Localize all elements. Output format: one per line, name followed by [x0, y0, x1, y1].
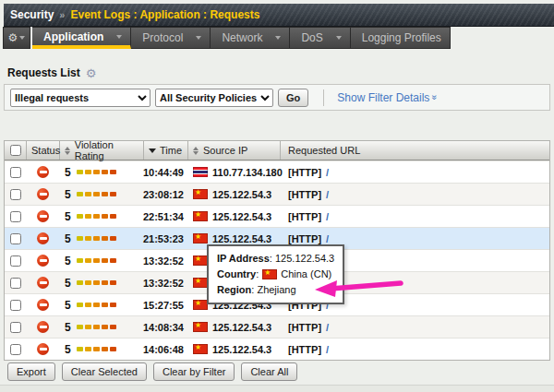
show-filter-details-link[interactable]: Show Filter Details: [337, 91, 429, 104]
column-label: Violation Rating: [75, 139, 143, 161]
source-ip-cell: 125.122.54.3: [188, 206, 281, 227]
list-settings-gear-icon[interactable]: ⚙: [86, 67, 97, 79]
violation-rating-bars-icon: [77, 236, 116, 241]
row-select-cell: [5, 184, 27, 205]
table-row[interactable]: 5 10:44:49 110.77.134.180 [HTTP] /: [5, 160, 549, 183]
violation-rating-bars-icon: [77, 303, 116, 307]
china-flag-icon: [262, 269, 277, 279]
column-header-time[interactable]: Time: [144, 141, 188, 160]
time-value: 14:06:48: [143, 344, 184, 355]
violation-rating-cell: 5: [60, 250, 144, 271]
column-label: Source IP: [203, 145, 247, 156]
time-cell: 15:27:55: [144, 294, 188, 315]
breadcrumb-separator: »: [59, 9, 65, 20]
table-row[interactable]: 5 14:06:48 125.122.54.3 [HTTP] /: [5, 338, 549, 360]
filter-bar: Illegal requests All Security Policies G…: [4, 84, 550, 111]
column-header-requested-url[interactable]: Requested URL: [281, 141, 549, 160]
clear-by-filter-button[interactable]: Clear by Filter: [153, 362, 235, 381]
row-select-cell: [5, 294, 27, 315]
china-flag-icon: [193, 300, 208, 310]
source-ip-cell: 110.77.134.180: [188, 161, 281, 183]
tab-dos[interactable]: DoS: [290, 27, 350, 49]
status-cell: [27, 228, 60, 249]
tooltip-ip-line: IP Address: 125.122.54.3: [217, 251, 334, 267]
row-checkbox[interactable]: [10, 300, 21, 311]
ip-address-label: IP Address: [217, 251, 270, 267]
requested-url-link[interactable]: /: [326, 189, 329, 200]
column-header-status[interactable]: Status: [27, 141, 60, 160]
violation-rating-bars-icon: [77, 192, 116, 196]
geolocation-tooltip: IP Address: 125.122.54.3 Country:China (…: [207, 244, 344, 304]
blocked-status-icon[interactable]: [37, 343, 49, 355]
country-label: Country: [217, 267, 256, 282]
china-flag-icon: [193, 189, 208, 199]
tab-network[interactable]: Network: [211, 27, 290, 49]
requested-url-link[interactable]: /: [326, 167, 329, 178]
table-row[interactable]: 5 23:08:12 125.122.54.3 [HTTP] /: [5, 183, 549, 205]
requested-url-link[interactable]: /: [326, 344, 329, 355]
select-all-checkbox[interactable]: [10, 145, 21, 156]
violation-rating-value: 5: [65, 232, 71, 245]
tab-protocol[interactable]: Protocol: [131, 27, 211, 49]
blocked-status-icon[interactable]: [37, 210, 49, 222]
blocked-status-icon[interactable]: [37, 299, 49, 311]
export-button[interactable]: Export: [7, 362, 55, 381]
tab-logging-profiles[interactable]: Logging Profiles: [351, 27, 451, 49]
protocol-label: [HTTP]: [288, 322, 321, 333]
tab-label: Protocol: [142, 31, 183, 44]
double-chevron-down-icon: »: [430, 95, 440, 101]
violation-rating-cell: 5: [60, 206, 144, 227]
region-label: Region: [217, 282, 251, 298]
requested-url-link[interactable]: /: [326, 233, 329, 244]
requested-url-link[interactable]: /: [326, 211, 329, 222]
violation-rating-value: 5: [65, 343, 71, 356]
go-button[interactable]: Go: [278, 89, 308, 107]
event-filter-select[interactable]: Illegal requests: [10, 89, 151, 107]
violation-rating-cell: 5: [60, 294, 144, 315]
violation-rating-bars-icon: [77, 258, 116, 263]
blocked-status-icon[interactable]: [37, 255, 49, 267]
clear-all-button[interactable]: Clear All: [241, 362, 297, 381]
table-row[interactable]: 5 22:51:34 125.122.54.3 [HTTP] /: [5, 205, 549, 227]
row-checkbox[interactable]: [10, 322, 21, 333]
chevron-down-icon: [19, 36, 25, 40]
breadcrumb-path: Event Logs : Application : Requests: [70, 8, 259, 21]
requested-url-cell: [HTTP] /: [281, 316, 549, 338]
clear-selected-button[interactable]: Clear Selected: [62, 362, 147, 381]
column-header-violation-rating[interactable]: Violation Rating: [60, 141, 144, 160]
column-header-source-ip[interactable]: Source IP: [188, 141, 281, 160]
time-cell: 13:32:52: [144, 272, 188, 293]
china-flag-icon: [193, 278, 208, 288]
tab-application[interactable]: Application: [32, 27, 131, 49]
row-checkbox[interactable]: [10, 167, 21, 178]
row-checkbox[interactable]: [10, 255, 21, 267]
blocked-status-icon[interactable]: [37, 321, 49, 333]
select-all-cell: [5, 141, 27, 160]
table-row[interactable]: 5 14:08:34 125.122.54.3 [HTTP] /: [5, 315, 549, 338]
breadcrumb-section[interactable]: Security: [10, 8, 54, 21]
time-value: 22:51:34: [143, 211, 184, 222]
protocol-label: [HTTP]: [288, 211, 321, 222]
blocked-status-icon[interactable]: [37, 232, 49, 244]
requested-url-link[interactable]: /: [326, 322, 329, 333]
source-ip-value: 125.122.54.3: [212, 233, 271, 244]
requested-url-cell: [HTTP] /: [281, 161, 549, 183]
row-checkbox[interactable]: [10, 344, 21, 355]
blocked-status-icon[interactable]: [37, 188, 49, 200]
row-checkbox[interactable]: [10, 278, 21, 289]
blocked-status-icon[interactable]: [37, 277, 49, 289]
blocked-status-icon[interactable]: [37, 166, 49, 178]
row-checkbox[interactable]: [10, 211, 21, 222]
row-checkbox[interactable]: [10, 233, 21, 244]
policy-filter-select[interactable]: All Security Policies: [155, 89, 273, 107]
china-flag-icon: [193, 255, 208, 266]
requested-url-cell: [HTTP] /: [281, 339, 549, 360]
sort-descending-icon: [149, 148, 156, 153]
tab-label: Logging Profiles: [362, 31, 441, 44]
row-checkbox[interactable]: [10, 189, 21, 200]
source-ip-value: 110.77.134.180: [212, 167, 283, 178]
protocol-label: [HTTP]: [288, 167, 321, 178]
settings-menu-button[interactable]: ⚙: [3, 27, 30, 49]
status-cell: [27, 250, 60, 271]
time-value: 21:53:23: [143, 233, 184, 244]
